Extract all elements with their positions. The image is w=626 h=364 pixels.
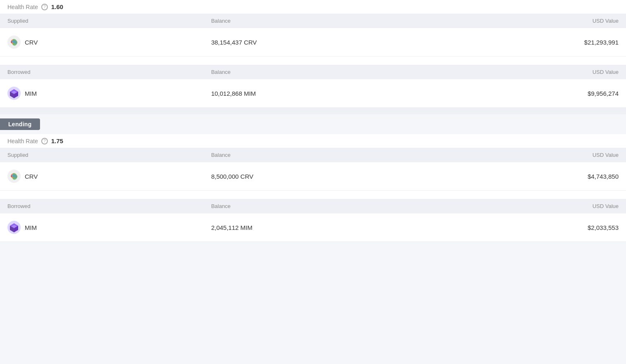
borrowed-col-header-2: Balance xyxy=(211,69,415,75)
usd-crv-1: $21,293,991 xyxy=(415,39,619,46)
section-1: Health Rate ? 1.60 Supplied Balance USD … xyxy=(0,0,626,108)
health-rate-tooltip-icon-2[interactable]: ? xyxy=(41,138,48,144)
borrowed-table-header-1: Borrowed Balance USD Value xyxy=(0,65,626,79)
table-row: MIM 2,045,112 MIM $2,033,553 xyxy=(0,213,626,242)
borrowed-table-header-2: Borrowed Balance USD Value xyxy=(0,199,626,213)
supplied-col2-header-3: USD Value xyxy=(415,152,619,158)
token-cell-crv-1: CRV xyxy=(7,35,211,49)
balance-crv-1: 38,154,437 CRV xyxy=(211,39,415,46)
supplied-table-2: Supplied Balance USD Value CRV 8,500,000… xyxy=(0,148,626,191)
borrowed-col2-header-1: Borrowed xyxy=(7,203,211,209)
health-rate-value-1: 1.60 xyxy=(51,3,63,10)
token-cell-crv-2: CRV xyxy=(7,170,211,183)
borrowed-col-header-3: USD Value xyxy=(415,69,619,75)
borrowed-col2-header-3: USD Value xyxy=(415,203,619,209)
supplied-table-1: Supplied Balance USD Value CRV 38,154,43… xyxy=(0,14,626,57)
supplied-table-header-1: Supplied Balance USD Value xyxy=(0,14,626,28)
token-name-mim-2: MIM xyxy=(25,224,37,231)
health-rate-label-2: Health Rate xyxy=(7,138,38,144)
borrowed-table-1: Borrowed Balance USD Value MIM 10, xyxy=(0,65,626,108)
borrowed-col-header-1: Borrowed xyxy=(7,69,211,75)
balance-crv-2: 8,500,000 CRV xyxy=(211,173,415,180)
supplied-col-header-3: USD Value xyxy=(415,18,619,24)
supplied-col-header-1: Supplied xyxy=(7,18,211,24)
balance-mim-1: 10,012,868 MIM xyxy=(211,90,415,97)
token-name-mim-1: MIM xyxy=(25,90,37,97)
section-divider xyxy=(0,108,626,114)
mim-icon-1 xyxy=(7,87,21,100)
supplied-table-header-2: Supplied Balance USD Value xyxy=(0,148,626,162)
health-rate-tooltip-icon-1[interactable]: ? xyxy=(41,4,48,10)
supplied-col-header-2: Balance xyxy=(211,18,415,24)
page-wrapper: Health Rate ? 1.60 Supplied Balance USD … xyxy=(0,0,626,242)
table-row: CRV 8,500,000 CRV $4,743,850 xyxy=(0,162,626,191)
crv-icon-2 xyxy=(7,170,21,183)
table-row: CRV 38,154,437 CRV $21,293,991 xyxy=(0,28,626,57)
token-cell-mim-1: MIM xyxy=(7,87,211,100)
health-rate-value-2: 1.75 xyxy=(51,137,63,144)
usd-mim-2: $2,033,553 xyxy=(415,224,619,231)
section-2: Health Rate ? 1.75 Supplied Balance USD … xyxy=(0,134,626,242)
health-rate-label-1: Health Rate xyxy=(7,4,38,10)
usd-crv-2: $4,743,850 xyxy=(415,173,619,180)
table-row: MIM 10,012,868 MIM $9,956,274 xyxy=(0,79,626,108)
token-name-crv-2: CRV xyxy=(25,173,38,180)
crv-icon-1 xyxy=(7,35,21,49)
lending-tag: Lending xyxy=(0,118,40,130)
health-rate-row-1: Health Rate ? 1.60 xyxy=(0,0,626,14)
borrowed-col2-header-2: Balance xyxy=(211,203,415,209)
mim-icon-2 xyxy=(7,221,21,234)
balance-mim-2: 2,045,112 MIM xyxy=(211,224,415,231)
supplied-col2-header-1: Supplied xyxy=(7,152,211,158)
lending-tag-row: Lending xyxy=(0,114,626,134)
supplied-col2-header-2: Balance xyxy=(211,152,415,158)
token-name-crv-1: CRV xyxy=(25,39,38,46)
usd-mim-1: $9,956,274 xyxy=(415,90,619,97)
token-cell-mim-2: MIM xyxy=(7,221,211,234)
borrowed-table-2: Borrowed Balance USD Value MIM 2,0 xyxy=(0,199,626,242)
health-rate-row-2: Health Rate ? 1.75 xyxy=(0,134,626,148)
